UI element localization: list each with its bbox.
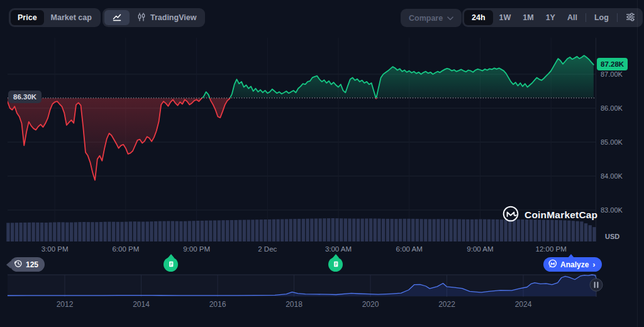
line-chart-toggle[interactable] <box>104 10 130 25</box>
chevron-down-icon <box>447 14 453 23</box>
compare-label: Compare <box>409 14 443 23</box>
line-chart-icon <box>112 12 122 24</box>
log-scale-toggle[interactable]: Log <box>589 10 614 25</box>
price-marketcap-toggle: Price Market cap <box>9 8 101 27</box>
tradingview-toggle[interactable]: TradingView <box>130 10 203 25</box>
range-1m[interactable]: 1M <box>517 10 539 25</box>
news-doc-icon <box>332 259 340 270</box>
range-all[interactable]: All <box>562 10 583 25</box>
chart-type-toggle: TradingView <box>103 8 205 27</box>
candlestick-icon <box>136 12 147 24</box>
watermark-text: CoinMarketCap <box>525 209 597 221</box>
price-chart-canvas[interactable] <box>0 0 644 327</box>
price-chart-module: Price Market cap TradingView <box>0 0 644 327</box>
current-price-badge: 87.28K <box>597 58 628 70</box>
range-selector: 24h 1W 1M 1Y All Log <box>462 8 643 27</box>
compare-button[interactable]: Compare <box>401 9 462 27</box>
open-price-label: 86.30K <box>8 91 42 103</box>
sliders-icon <box>626 13 635 23</box>
range-1w[interactable]: 1W <box>494 10 517 25</box>
history-count: 125 <box>26 260 38 269</box>
tradingview-label: TradingView <box>150 13 196 22</box>
news-event-marker[interactable] <box>164 257 178 272</box>
currency-label: USD <box>605 233 619 240</box>
divider <box>586 13 586 22</box>
analyze-label: Analyze <box>560 260 589 269</box>
analyze-button[interactable]: Analyze › <box>543 257 602 272</box>
minimap-drag-handle[interactable] <box>590 279 602 291</box>
chevron-right-icon: › <box>592 260 595 269</box>
coinmarketcap-logo-icon <box>502 206 519 224</box>
history-events-button[interactable]: 125 <box>10 257 45 272</box>
news-doc-icon <box>167 259 175 270</box>
news-event-marker[interactable] <box>328 257 343 272</box>
tab-market-cap[interactable]: Market cap <box>44 10 99 25</box>
watermark: CoinMarketCap <box>502 206 597 224</box>
range-24h[interactable]: 24h <box>464 10 493 25</box>
range-1y[interactable]: 1Y <box>540 10 561 25</box>
page-divider <box>637 0 638 327</box>
divider <box>617 13 618 22</box>
tab-price[interactable]: Price <box>11 10 44 25</box>
analyze-chat-icon <box>548 259 557 270</box>
history-clock-icon <box>14 259 23 270</box>
